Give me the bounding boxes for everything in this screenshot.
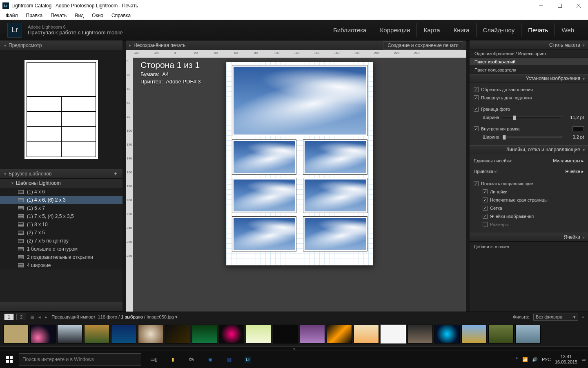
- window-close-button[interactable]: [569, 0, 588, 11]
- module-tab[interactable]: Web: [555, 23, 581, 37]
- module-tab[interactable]: Карта: [417, 23, 447, 37]
- module-tab[interactable]: Книга: [447, 23, 477, 37]
- template-item[interactable]: (1) 4 x 6: [0, 188, 122, 196]
- template-item[interactable]: (1) 4 x 6, (6) 2 x 3: [0, 196, 122, 204]
- filmstrip-thumb[interactable]: [246, 325, 271, 343]
- module-tab[interactable]: Библиотека: [327, 23, 374, 37]
- left-resize-grip[interactable]: [122, 40, 126, 326]
- create-saved-print-button[interactable]: Создание и сохранение печати: [383, 41, 463, 49]
- crop-to-fill-checkbox[interactable]: [474, 87, 479, 92]
- guides-header[interactable]: Линейки, сетка и направляющие▾: [470, 145, 588, 154]
- print-cell[interactable]: [303, 178, 368, 213]
- add-template-button[interactable]: ＋: [113, 170, 118, 177]
- print-cell[interactable]: [232, 216, 296, 251]
- menu-print[interactable]: Печать: [47, 11, 71, 20]
- preview-panel-header[interactable]: ▾ Предпросмотр: [0, 40, 122, 50]
- template-item[interactable]: (2) 7 x 5: [0, 229, 122, 237]
- monitor-2-button[interactable]: 2: [16, 314, 26, 320]
- template-item[interactable]: 4 широкие: [0, 261, 122, 269]
- layout-style-item[interactable]: Одно изображение / Индекс-принт: [470, 49, 588, 58]
- module-tab[interactable]: Слайд-шоу: [477, 23, 522, 37]
- store-icon[interactable]: 🛍: [182, 351, 201, 368]
- system-tray[interactable]: ˄ 📶 🔊 РУС 13:4116.06.2015 ▭: [516, 354, 588, 365]
- grid-view-icon[interactable]: ▦: [30, 314, 34, 320]
- tray-chevron-icon[interactable]: ˄: [516, 357, 518, 362]
- stroke-width-slider[interactable]: [502, 136, 562, 138]
- filter-dropdown[interactable]: Без фильтра▾: [533, 314, 578, 321]
- guide-rulers-checkbox[interactable]: [483, 189, 488, 194]
- menu-file[interactable]: Файл: [2, 11, 22, 20]
- nav-next-icon[interactable]: ▸: [45, 314, 47, 320]
- filmstrip-thumb[interactable]: [57, 325, 82, 343]
- filmstrip-thumb[interactable]: [273, 325, 298, 343]
- tray-network-icon[interactable]: 📶: [522, 357, 528, 362]
- print-cell[interactable]: [232, 178, 296, 213]
- guide-grid-checkbox[interactable]: [483, 206, 488, 211]
- canvas[interactable]: Сторона 1 из 1 Бумага: A4 Принтер: Adobe…: [133, 58, 466, 314]
- stroke-color-swatch[interactable]: [572, 126, 584, 131]
- cells-header[interactable]: Ячейки▾: [470, 233, 588, 242]
- filmstrip-thumb[interactable]: [461, 325, 487, 343]
- filmstrip-thumb[interactable]: [408, 325, 433, 343]
- template-item[interactable]: 1 большие с контуром: [0, 245, 122, 253]
- filmstrip-thumb[interactable]: [3, 325, 29, 343]
- tray-language[interactable]: РУС: [542, 357, 551, 362]
- print-cell[interactable]: [303, 216, 368, 251]
- ruler-units-dropdown[interactable]: Миллиметры ▸: [553, 158, 584, 164]
- show-guides-checkbox[interactable]: [474, 181, 479, 186]
- snap-dropdown[interactable]: Ячейке ▸: [565, 169, 584, 174]
- window-maximize-button[interactable]: [550, 0, 569, 11]
- window-minimize-button[interactable]: [532, 0, 550, 11]
- task-view-icon[interactable]: ▭▯: [145, 351, 163, 368]
- module-tab[interactable]: Коррекции: [373, 23, 417, 37]
- template-item[interactable]: (1) 7 x 5, (4) 2,5 x 3,5: [0, 212, 122, 220]
- filmstrip-thumb[interactable]: [111, 325, 136, 343]
- filmstrip-thumb[interactable]: [354, 325, 379, 343]
- filmstrip-path[interactable]: Предыдущий импорт 116 фото / 1 выбрано /…: [51, 314, 177, 320]
- border-width-slider[interactable]: [502, 117, 562, 118]
- photo-border-checkbox[interactable]: [474, 107, 479, 112]
- tray-clock[interactable]: 13:4116.06.2015: [555, 354, 577, 365]
- start-button[interactable]: [0, 351, 19, 368]
- filmstrip-thumb[interactable]: [84, 325, 109, 343]
- filmstrip-thumb[interactable]: [300, 325, 325, 343]
- filmstrip-thumb[interactable]: [138, 325, 163, 343]
- layout-style-header[interactable]: Стиль макета▾: [470, 40, 588, 49]
- layout-style-item[interactable]: Пакет пользователя: [470, 66, 588, 74]
- word-icon[interactable]: ▥: [220, 351, 238, 368]
- explorer-icon[interactable]: ▮: [163, 351, 182, 368]
- menu-edit[interactable]: Правка: [22, 11, 47, 20]
- filmstrip-thumb[interactable]: [165, 325, 190, 343]
- menu-view[interactable]: Вид: [71, 11, 88, 20]
- inner-stroke-checkbox[interactable]: [474, 126, 479, 131]
- template-item[interactable]: (1) 8 x 10: [0, 220, 122, 229]
- menu-help[interactable]: Справка: [107, 11, 135, 20]
- monitor-1-button[interactable]: 1: [4, 314, 14, 320]
- tray-volume-icon[interactable]: 🔊: [532, 357, 538, 362]
- filmstrip-thumb[interactable]: [381, 325, 406, 343]
- right-resize-grip[interactable]: [466, 40, 470, 326]
- rotate-to-fit-checkbox[interactable]: [474, 95, 479, 100]
- nav-prev-icon[interactable]: ◂: [38, 314, 41, 320]
- filmstrip-thumb[interactable]: [515, 325, 541, 343]
- edge-icon[interactable]: ◉: [201, 351, 220, 368]
- print-cell[interactable]: [232, 65, 368, 136]
- filter-lock-icon[interactable]: ▪: [582, 314, 584, 319]
- filmstrip-thumb[interactable]: [219, 325, 244, 343]
- layout-style-item[interactable]: Пакет изображений: [470, 58, 588, 66]
- template-browser-header[interactable]: ▾ Браузер шаблонов ＋: [0, 169, 122, 179]
- tray-notifications-icon[interactable]: ▭: [581, 357, 586, 362]
- print-cell[interactable]: [232, 139, 296, 175]
- guide-dimensions-checkbox[interactable]: [483, 222, 488, 227]
- image-settings-header[interactable]: Установки изображения▾: [470, 74, 588, 83]
- identity-plate[interactable]: Lr: [7, 23, 22, 38]
- module-tab[interactable]: Печать: [521, 23, 555, 37]
- filmstrip-thumb[interactable]: [30, 325, 56, 343]
- template-group[interactable]: Шаблоны Lightroom: [0, 179, 122, 188]
- taskbar-search[interactable]: Поиск в интернете и в Windows: [19, 353, 141, 366]
- guide-bleed-checkbox[interactable]: [483, 197, 488, 202]
- template-item[interactable]: (1) 5 x 7: [0, 204, 122, 212]
- lightroom-taskbar-icon[interactable]: Lr: [238, 351, 257, 368]
- collections-panel-header[interactable]: [0, 302, 122, 312]
- menu-window[interactable]: Окно: [88, 11, 107, 20]
